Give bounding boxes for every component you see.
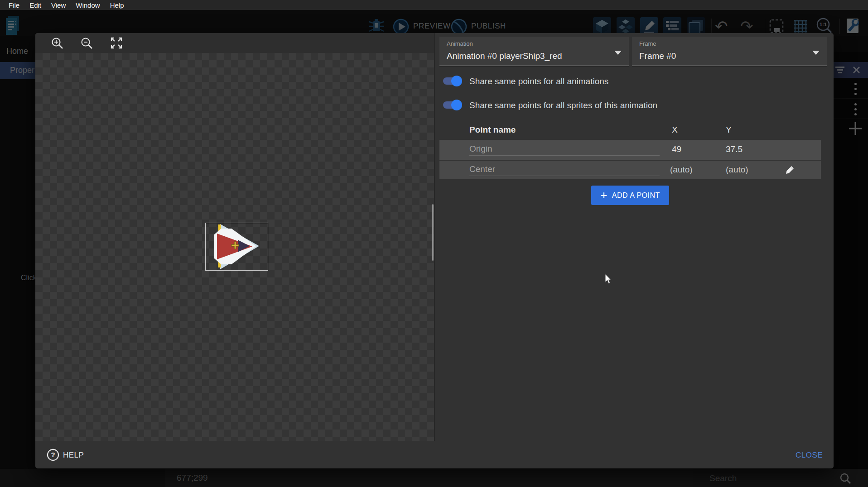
table-row-origin[interactable]: Origin 49 37.5 bbox=[439, 140, 821, 160]
sprite-player-ship[interactable] bbox=[205, 223, 268, 271]
frame-select-label: Frame bbox=[639, 40, 656, 47]
edit-pencil-icon[interactable] bbox=[785, 164, 796, 175]
add-point-button[interactable]: + ADD A POINT bbox=[591, 186, 669, 205]
share-points-all-animations-label: Share same points for all animations bbox=[469, 76, 608, 86]
frame-select[interactable]: Frame Frame #0 bbox=[632, 37, 827, 66]
fit-to-screen-icon[interactable] bbox=[110, 37, 123, 49]
frame-select-value: Frame #0 bbox=[639, 51, 676, 61]
point-y-value[interactable]: 37.5 bbox=[726, 144, 743, 154]
menu-bar: File Edit View Window Help bbox=[0, 0, 868, 10]
zoom-in-icon[interactable] bbox=[51, 37, 63, 49]
point-x-value[interactable]: (auto) bbox=[670, 165, 693, 175]
share-points-all-animations-toggle[interactable] bbox=[443, 77, 461, 85]
app-window: PREVIEW PUBLISH bbox=[0, 0, 868, 487]
menu-window[interactable]: Window bbox=[71, 1, 105, 9]
mouse-cursor bbox=[604, 273, 612, 285]
close-button[interactable]: CLOSE bbox=[796, 451, 823, 460]
help-button[interactable]: HELP bbox=[63, 451, 84, 460]
menu-view[interactable]: View bbox=[46, 1, 71, 9]
share-points-all-sprites-label: Share same points for all sprites of thi… bbox=[469, 100, 657, 110]
point-name-field[interactable]: Center bbox=[469, 164, 660, 176]
menu-edit[interactable]: Edit bbox=[24, 1, 46, 9]
points-table-y-header: Y bbox=[726, 125, 732, 135]
plus-icon: + bbox=[600, 189, 608, 201]
help-icon[interactable]: ? bbox=[47, 449, 59, 461]
animation-select[interactable]: Animation Animation #0 playerShip3_red bbox=[439, 37, 629, 66]
chevron-down-icon bbox=[812, 51, 820, 55]
share-points-all-sprites-toggle[interactable] bbox=[443, 101, 461, 109]
point-name-field[interactable]: Origin bbox=[469, 144, 660, 156]
point-y-value[interactable]: (auto) bbox=[726, 165, 748, 175]
animation-select-value: Animation #0 playerShip3_red bbox=[447, 51, 562, 61]
menu-file[interactable]: File bbox=[4, 1, 24, 9]
canvas-toolbar bbox=[35, 33, 435, 53]
points-editor-dialog: Animation Animation #0 playerShip3_red F… bbox=[35, 33, 834, 468]
animation-select-label: Animation bbox=[447, 40, 473, 47]
toggle-knob bbox=[451, 76, 462, 86]
canvas-scrollbar[interactable] bbox=[432, 204, 434, 261]
add-point-label: ADD A POINT bbox=[612, 191, 660, 200]
svg-text:?: ? bbox=[51, 451, 55, 458]
panel-divider bbox=[434, 33, 435, 441]
table-row-center[interactable]: Center (auto) (auto) bbox=[439, 161, 821, 179]
chevron-down-icon bbox=[614, 51, 622, 55]
toggle-knob bbox=[451, 100, 462, 110]
points-table-name-header: Point name bbox=[469, 125, 516, 135]
menu-help[interactable]: Help bbox=[105, 1, 129, 9]
points-table-x-header: X bbox=[672, 125, 678, 135]
zoom-out-icon[interactable] bbox=[81, 37, 93, 49]
point-x-value[interactable]: 49 bbox=[672, 144, 681, 154]
